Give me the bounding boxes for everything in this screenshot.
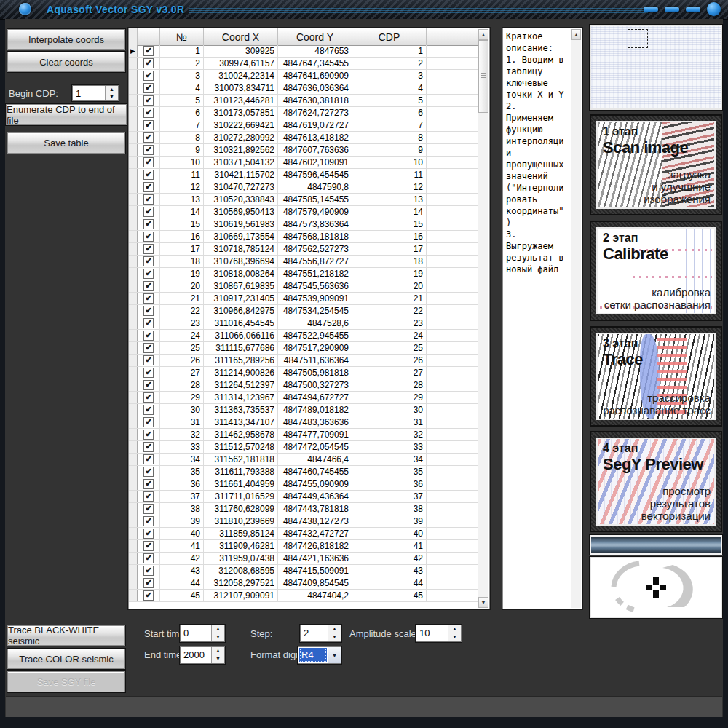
cell-coordy[interactable]: 4847449,436364	[278, 491, 352, 502]
row-indicator[interactable]	[129, 416, 138, 428]
row-indicator[interactable]	[129, 70, 138, 82]
close-button[interactable]	[707, 2, 721, 16]
cell-coordy[interactable]: 4847415,509091	[278, 565, 352, 577]
row-checkbox[interactable]: ✔	[143, 108, 154, 118]
cell-cdp[interactable]: 26	[352, 355, 427, 366]
row-checkbox[interactable]: ✔	[143, 578, 154, 588]
table-row[interactable]: ✔27311214,9008264847505,98181827	[129, 367, 479, 379]
minimize-button[interactable]	[644, 7, 658, 12]
cell-number[interactable]: 2	[160, 58, 204, 69]
table-row[interactable]: ✔29311314,1239674847494,67272729	[129, 392, 479, 404]
row-indicator[interactable]	[129, 330, 138, 341]
cell-cdp[interactable]: 14	[352, 206, 427, 218]
row-checkbox[interactable]: ✔	[143, 405, 154, 415]
cell-cdp[interactable]: 1	[352, 45, 427, 57]
row-indicator[interactable]	[129, 181, 138, 193]
row-checkbox[interactable]: ✔	[143, 430, 154, 440]
cell-number[interactable]: 37	[160, 491, 204, 502]
cell-cdp[interactable]: 36	[352, 478, 427, 490]
cell-cdp[interactable]: 31	[352, 416, 427, 428]
table-row[interactable]: ✔5310123,4462814847630,3818185	[129, 95, 479, 107]
scroll-down-icon[interactable]: ▼	[478, 597, 488, 608]
cell-coordy[interactable]: 4847585,145455	[278, 194, 352, 205]
scroll-up-icon[interactable]: ▲	[571, 29, 581, 40]
row-checkbox[interactable]: ✔	[143, 553, 154, 563]
cell-number[interactable]: 19	[160, 268, 204, 280]
cell-cdp[interactable]: 17	[352, 243, 427, 255]
cell-coordy[interactable]: 4847539,909091	[278, 293, 352, 304]
cell-cdp[interactable]: 13	[352, 194, 427, 205]
trace-color-seismic-button[interactable]: Trace COLOR seismic	[7, 649, 125, 669]
cell-coordy[interactable]: 4847636,036364	[278, 82, 352, 94]
current-row-indicator-icon[interactable]: ▶	[129, 45, 138, 57]
cell-coordx[interactable]: 311859,85124	[204, 528, 278, 539]
cell-cdp[interactable]: 42	[352, 553, 427, 564]
cell-number[interactable]: 1	[160, 45, 204, 57]
row-checkbox[interactable]: ✔	[143, 207, 154, 217]
table-row[interactable]: ✔37311711,0165294847449,43636437	[129, 491, 479, 503]
cell-cdp[interactable]: 2	[352, 58, 427, 69]
cell-number[interactable]: 3	[160, 70, 204, 82]
cell-number[interactable]: 16	[160, 231, 204, 242]
table-row[interactable]: ✔24311066,0661164847522,94545524	[129, 330, 479, 342]
cell-number[interactable]: 5	[160, 95, 204, 106]
cell-cdp[interactable]: 10	[352, 157, 427, 168]
row-indicator[interactable]	[129, 379, 138, 391]
table-row[interactable]: ✔39311810,2396694847438,12727339	[129, 515, 479, 528]
table-row[interactable]: ✔19310818,0082644847551,21818219	[129, 268, 479, 280]
cell-cdp[interactable]: 6	[352, 107, 427, 119]
table-row[interactable]: ✔43312008,685954847415,50909143	[129, 565, 479, 577]
row-indicator[interactable]	[129, 107, 138, 119]
col-coordy-header[interactable]: Coord Y	[278, 28, 352, 45]
cell-cdp[interactable]: 21	[352, 293, 427, 304]
cell-coordy[interactable]: 4847551,218182	[278, 268, 352, 280]
stage-1-panel[interactable]: 1 этап Scan image загрузка и улучшние из…	[590, 114, 722, 215]
cell-coordy[interactable]: 4847460,745455	[278, 466, 352, 478]
trace-bw-seismic-button[interactable]: Trace BLACK-WHITE seismic	[7, 625, 125, 646]
stage-3-panel[interactable]: 3 этап Trace трассировка распознавание т…	[590, 326, 722, 427]
row-checkbox[interactable]: ✔	[143, 120, 154, 130]
table-row[interactable]: ✔26311165,2892564847511,63636426	[129, 355, 479, 367]
cell-cdp[interactable]: 41	[352, 540, 427, 552]
col-number-header[interactable]: №	[160, 28, 204, 45]
cell-number[interactable]: 15	[160, 218, 204, 230]
row-indicator[interactable]	[129, 429, 138, 440]
selection-rectangle[interactable]	[628, 29, 648, 48]
cell-cdp[interactable]: 9	[352, 144, 427, 156]
table-row[interactable]: ✔20310867,6198354847545,56363620	[129, 280, 479, 293]
cell-number[interactable]: 13	[160, 194, 204, 205]
cell-number[interactable]: 29	[160, 392, 204, 403]
cell-number[interactable]: 23	[160, 317, 204, 329]
cell-number[interactable]: 7	[160, 119, 204, 131]
row-checkbox[interactable]: ✔	[143, 380, 154, 390]
cell-number[interactable]: 30	[160, 404, 204, 416]
cell-cdp[interactable]: 19	[352, 268, 427, 280]
cell-coordy[interactable]: 4847489,018182	[278, 404, 352, 416]
cell-coordx[interactable]: 311611,793388	[204, 466, 278, 478]
row-indicator[interactable]	[129, 540, 138, 552]
cell-coordx[interactable]: 310867,619835	[204, 280, 278, 292]
cell-coordx[interactable]: 311562,181818	[204, 454, 278, 465]
cell-cdp[interactable]: 5	[352, 95, 427, 106]
cell-coordx[interactable]: 309974,61157	[204, 58, 278, 69]
cell-coordx[interactable]: 310669,173554	[204, 231, 278, 242]
cell-coordx[interactable]: 311512,570248	[204, 441, 278, 453]
cell-number[interactable]: 33	[160, 441, 204, 453]
row-checkbox[interactable]: ✔	[143, 504, 154, 514]
cell-cdp[interactable]: 8	[352, 132, 427, 143]
cell-coordy[interactable]: 4847409,854545	[278, 577, 352, 589]
cell-coordx[interactable]: 310272,280992	[204, 132, 278, 143]
cell-cdp[interactable]: 28	[352, 379, 427, 391]
cell-number[interactable]: 17	[160, 243, 204, 255]
cell-coordx[interactable]: 310619,561983	[204, 218, 278, 230]
cell-number[interactable]: 26	[160, 355, 204, 366]
cell-coordx[interactable]: 310520,338843	[204, 194, 278, 205]
cell-cdp[interactable]: 35	[352, 466, 427, 478]
enumerate-cdp-button[interactable]: Enumerate CDP to end of file	[6, 104, 127, 125]
table-row[interactable]: ✔22310966,8429754847534,25454522	[129, 305, 479, 317]
cell-cdp[interactable]: 12	[352, 181, 427, 193]
cell-number[interactable]: 24	[160, 330, 204, 341]
scrollbar-thumb[interactable]	[478, 40, 488, 113]
cell-coordy[interactable]: 4847653	[278, 45, 352, 57]
coords-table[interactable]: № Coord X Coord Y CDP ▶✔130992548476531✔…	[128, 28, 490, 609]
